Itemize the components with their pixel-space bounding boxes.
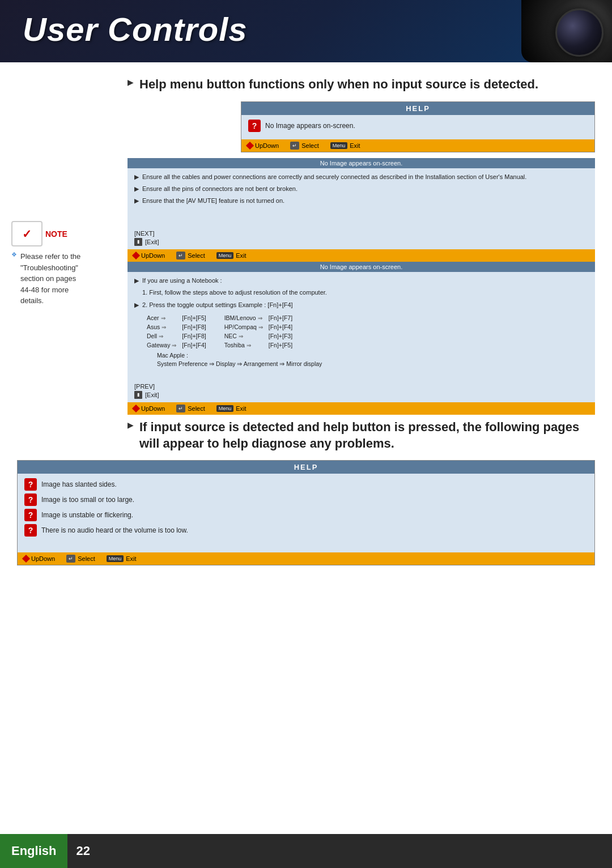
help-header-1: HELP: [241, 102, 594, 115]
help-content-1: ? No Image appears on-screen.: [241, 115, 594, 139]
nav-updown-3: UpDown: [133, 405, 165, 412]
nav-next-text: [NEXT]: [134, 230, 154, 237]
nav-updown-label-3: UpDown: [141, 405, 165, 412]
detail-text-2-3: 2. Press the toggle output settings Exam…: [142, 301, 293, 309]
nav-select-label-4: Select: [78, 555, 95, 562]
detail-text-2-1: If you are using a Notebook :: [142, 276, 222, 285]
detail-arrow-1-2: ▶: [134, 185, 139, 193]
nav-exit-1: Menu Exit: [330, 142, 360, 149]
nav-menu-btn-4: Menu: [107, 555, 124, 562]
nav-next-link: [NEXT]: [134, 230, 588, 237]
help-question-text-2-3: Image is unstable or flickering.: [41, 511, 133, 519]
nav-bar-2: UpDown ↵ Select Menu Exit: [128, 249, 595, 262]
help-question-row-2-1: ? Image has slanted sides.: [24, 478, 588, 491]
nav-select-4: ↵ Select: [66, 555, 95, 563]
help-box-1-wrapper: HELP ? No Image appears on-screen. UpDow…: [128, 101, 595, 415]
brand-acer: Acer ⇒: [147, 314, 181, 322]
bullet-arrow-icon-2: ▶: [128, 420, 134, 429]
nav-exit-3: Menu Exit: [216, 405, 246, 412]
key-hp: [Fn]+[F4]: [269, 323, 297, 331]
note-text: Please refer to the "Troubleshooting" se…: [20, 251, 80, 307]
nav-prev-link: [PREV]: [134, 383, 588, 390]
detail-bullet-1-1: ▶ Ensure all the cables and power connec…: [134, 173, 588, 181]
key-nec: [Fn]+[F3]: [269, 332, 297, 340]
second-bullet-section: ▶ If input source is detected and help b…: [128, 419, 595, 452]
note-title: NOTE: [45, 229, 67, 239]
bottom-nav-1: [NEXT] ▮ [Exit]: [128, 214, 595, 249]
mac-text: System Preference ⇒ Display ⇒ Arrangemen…: [157, 360, 322, 367]
nav-enter-icon-4: ↵: [66, 555, 75, 563]
bullet-arrow-icon: ▶: [128, 78, 134, 87]
nav-prev-text: [PREV]: [134, 383, 155, 390]
nav-exit-link-2: ▮ [Exit]: [134, 391, 588, 399]
help-detail-2: ▶ If you are using a Notebook : ▶ 1. Fir…: [128, 272, 595, 375]
nav-diamond-icon-1: [246, 142, 254, 150]
nav-updown-label-4: UpDown: [31, 555, 55, 562]
footer: English 22: [0, 834, 612, 868]
first-bullet-section: ▶ Help menu button functions only when n…: [128, 76, 595, 93]
nav-exit-text-1: [Exit]: [145, 239, 159, 245]
nav-menu-btn-2: Menu: [216, 252, 234, 259]
detail-arrow-2-3: ▶: [134, 301, 139, 309]
notebook-table: Acer ⇒ [Fn]+[F5] IBM/Lenovo ⇒ [Fn]+[F7] …: [146, 313, 588, 367]
mac-label: Mac Apple :: [157, 352, 188, 359]
detail-arrow-2-1: ▶: [134, 277, 139, 284]
help-question-text-2-2: Image is too small or too large.: [41, 496, 134, 504]
help-content-2: ? Image has slanted sides. ? Image is to…: [18, 474, 594, 552]
lens-decoration: [521, 0, 612, 62]
nav-updown-label-1: UpDown: [255, 142, 279, 149]
table-row: Dell ⇒ [Fn]+[F8] NEC ⇒ [Fn]+[F3]: [147, 332, 297, 340]
bullet-row-2: ▶ If input source is detected and help b…: [128, 419, 595, 452]
mac-text-row: System Preference ⇒ Display ⇒ Arrangemen…: [157, 360, 588, 367]
note-bullet-icon: ❖: [11, 251, 17, 258]
nav-bar-1: UpDown ↵ Select Menu Exit: [241, 139, 594, 152]
nav-select-label-2: Select: [188, 252, 205, 259]
section-header-1: No Image appears on-screen.: [128, 158, 595, 168]
nav-updown-4: UpDown: [23, 555, 55, 562]
nav-exit-link-1: ▮ [Exit]: [134, 238, 588, 246]
nav-select-3: ↵ Select: [176, 405, 205, 412]
note-checkmark-icon: [11, 221, 42, 246]
question-icon-2-3: ?: [24, 509, 37, 521]
nav-updown-1: UpDown: [247, 142, 279, 149]
nav-exit-text-2: [Exit]: [145, 392, 159, 398]
key-asus: [Fn]+[F8]: [182, 323, 210, 331]
help-question-row-2-4: ? There is no audio heard or the volume …: [24, 524, 588, 537]
nav-select-label-1: Select: [301, 142, 319, 149]
nav-diamond-icon-4: [22, 555, 30, 563]
footer-page-number: 22: [76, 844, 90, 858]
note-box: NOTE ❖ Please refer to the "Troubleshoot…: [11, 221, 110, 308]
nav-diamond-icon-3: [132, 405, 140, 412]
section-header-2: No Image appears on-screen.: [128, 262, 595, 272]
help-header-2: HELP: [18, 461, 594, 474]
nav-diamond-icon-2: [132, 252, 140, 259]
nav-enter-icon-2: ↵: [176, 252, 185, 259]
brand-gateway: Gateway ⇒: [147, 341, 181, 349]
nav-enter-icon-3: ↵: [176, 405, 185, 412]
key-ibm: [Fn]+[F7]: [269, 314, 297, 322]
detail-text-1-2: Ensure all the pins of connectors are no…: [142, 185, 298, 193]
table-row: Asus ⇒ [Fn]+[F8] HP/Compaq ⇒ [Fn]+[F4]: [147, 323, 297, 331]
brand-toshiba: Toshiba ⇒: [224, 341, 267, 349]
bullet-row: ▶ Help menu button functions only when n…: [128, 76, 595, 93]
question-icon-2-2: ?: [24, 493, 37, 506]
help-question-text-2-1: Image has slanted sides.: [41, 480, 117, 488]
brand-ibm: IBM/Lenovo ⇒: [224, 314, 267, 322]
detail-bullet-2-2: ▶ 1. First, follow the steps above to ad…: [134, 288, 588, 297]
first-bullet-text: Help menu button functions only when no …: [139, 76, 538, 93]
nav-exit-label-1: Exit: [350, 142, 360, 149]
question-icon-1: ?: [248, 120, 261, 132]
nav-updown-2: UpDown: [133, 252, 165, 259]
nav-link-icon-1: ▮: [134, 238, 142, 246]
help-box-2: HELP ? Image has slanted sides. ? Image …: [17, 460, 595, 565]
help-question-row-2-3: ? Image is unstable or flickering.: [24, 509, 588, 521]
brand-asus: Asus ⇒: [147, 323, 181, 331]
nav-select-1: ↵ Select: [290, 142, 319, 150]
brand-table: Acer ⇒ [Fn]+[F5] IBM/Lenovo ⇒ [Fn]+[F7] …: [146, 313, 298, 350]
nav-exit-2: Menu Exit: [216, 252, 246, 259]
table-row: Acer ⇒ [Fn]+[F5] IBM/Lenovo ⇒ [Fn]+[F7]: [147, 314, 297, 322]
lens-inner: [555, 8, 604, 57]
key-acer: [Fn]+[F5]: [182, 314, 210, 322]
key-dell: [Fn]+[F8]: [182, 332, 210, 340]
note-label: NOTE: [11, 221, 110, 246]
